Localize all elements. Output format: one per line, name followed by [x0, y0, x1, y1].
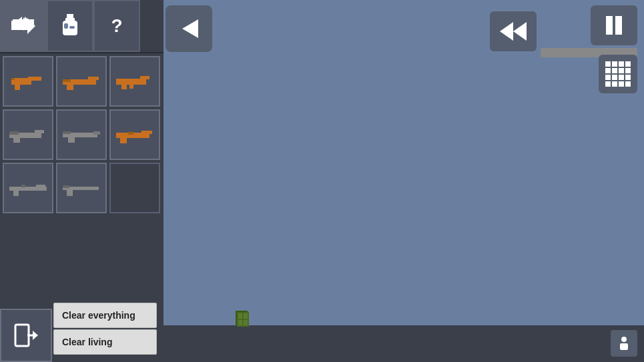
svg-rect-55 [620, 343, 628, 350]
grid-toggle-button[interactable] [599, 55, 637, 93]
weapon-slot-7[interactable] [3, 163, 53, 213]
help-button[interactable]: ? [93, 0, 140, 52]
svg-rect-16 [88, 77, 99, 80]
pause-icon [602, 13, 626, 37]
svg-marker-46 [500, 22, 513, 41]
back-arrow-icon [177, 17, 201, 41]
svg-rect-29 [93, 131, 100, 135]
svg-marker-47 [513, 22, 527, 41]
svg-rect-14 [11, 78, 15, 80]
weapon-slot-2[interactable] [56, 56, 107, 107]
svg-rect-20 [140, 76, 149, 79]
smg2-icon [8, 125, 48, 145]
bottom-left-area: Clear everything Clear living [0, 295, 164, 362]
smg-icon [115, 71, 155, 91]
person-icon [616, 335, 632, 351]
svg-rect-25 [13, 138, 20, 143]
svg-rect-9 [64, 23, 68, 29]
main-area [164, 0, 644, 362]
svg-rect-34 [128, 132, 133, 135]
weapon-slot-3[interactable] [109, 56, 160, 107]
svg-rect-24 [35, 130, 44, 133]
sniper2-icon [61, 178, 101, 198]
swap-icon [11, 17, 35, 35]
svg-rect-36 [36, 185, 45, 187]
weapon-slot-4[interactable] [3, 109, 53, 160]
shotgun-icon [61, 125, 101, 145]
svg-rect-7 [65, 18, 75, 21]
weapon-slot-5[interactable] [56, 109, 107, 160]
svg-rect-41 [67, 190, 73, 196]
game-entity [236, 311, 248, 325]
exit-button[interactable] [0, 309, 52, 362]
svg-rect-38 [21, 185, 25, 187]
svg-rect-33 [120, 138, 127, 143]
svg-rect-28 [63, 131, 71, 134]
svg-rect-10 [69, 26, 75, 29]
clear-everything-button[interactable]: Clear everything [53, 303, 157, 328]
ground [164, 325, 644, 362]
clear-living-button[interactable]: Clear living [53, 329, 157, 355]
rewind-button[interactable] [490, 11, 537, 51]
svg-rect-18 [63, 79, 71, 82]
pistol-icon [8, 71, 48, 91]
svg-rect-40 [63, 185, 69, 188]
weapon-slot-6[interactable] [109, 109, 160, 160]
svg-marker-44 [33, 331, 38, 340]
svg-point-54 [621, 337, 627, 342]
bottom-right-button[interactable] [611, 330, 637, 357]
rifle2-icon [115, 125, 155, 145]
svg-rect-21 [121, 85, 127, 89]
svg-rect-6 [67, 14, 73, 18]
svg-rect-13 [15, 85, 20, 90]
svg-rect-22 [129, 83, 133, 89]
svg-rect-42 [15, 325, 29, 346]
svg-rect-49 [615, 16, 622, 35]
svg-rect-17 [67, 85, 73, 90]
potion-icon [60, 14, 80, 38]
entity-icon [237, 312, 249, 327]
item-button[interactable] [47, 0, 93, 52]
svg-marker-45 [182, 19, 198, 38]
svg-rect-26 [9, 131, 19, 135]
swap-button[interactable] [0, 0, 47, 52]
svg-rect-37 [13, 191, 19, 196]
pause-button[interactable] [591, 5, 637, 45]
clear-buttons: Clear everything Clear living [53, 303, 164, 355]
weapon-slot-9[interactable] [109, 163, 160, 213]
back-button[interactable] [166, 5, 212, 52]
svg-rect-48 [606, 16, 613, 35]
weapon-slot-8[interactable] [56, 163, 107, 213]
svg-rect-30 [68, 137, 75, 143]
sidebar: ? [0, 0, 164, 362]
svg-rect-32 [141, 131, 152, 134]
exit-icon [13, 322, 39, 349]
grid-icon [605, 61, 631, 87]
question-icon: ? [111, 15, 122, 37]
sniper-icon [8, 178, 48, 198]
rewind-icon [499, 19, 528, 43]
pause-with-bar [541, 5, 637, 57]
top-right-controls [490, 5, 637, 57]
weapon-slot-1[interactable] [3, 56, 53, 107]
svg-rect-12 [28, 77, 41, 81]
rifle-icon [61, 71, 101, 91]
top-toolbar: ? [0, 0, 164, 53]
